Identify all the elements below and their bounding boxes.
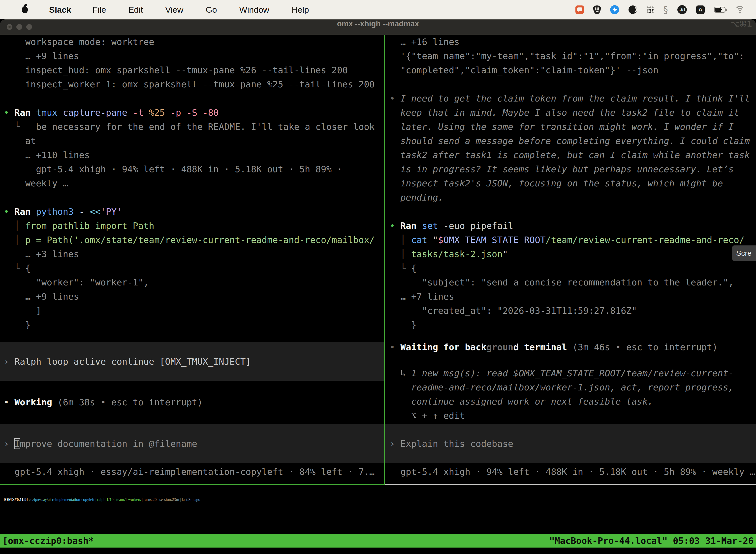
squiggle-icon[interactable]: § [663,5,668,14]
zoom-button[interactable] [26,24,32,30]
text-segment: │ [390,249,411,259]
ralph-banner-text: › Ralph loop active continue [OMX_TMUX_I… [0,354,251,369]
text-segment: p = Path('.omx/state/team/review-current… [25,235,375,245]
text-segment: ↳ [390,368,411,378]
working-status: • Working (6m 38s • esc to interrupt) [0,395,384,409]
text-segment: " [433,235,438,245]
text-segment: should send a message before completing … [390,136,750,146]
apple-menu-icon[interactable] [22,6,28,13]
text-segment: cat [411,235,433,245]
terminal-line: } [4,318,384,332]
terminal-line: … +16 lines [390,35,756,49]
text-segment: -p [170,107,187,118]
menu-app-name[interactable]: Slack [49,5,71,15]
text-segment: (3m 46s • esc to interrupt) [572,342,717,352]
text-segment: Working [14,397,57,407]
terminal-line: └ { [4,261,384,275]
screen-tooltip: Scre [732,245,756,261]
terminal-line: workspace_mode: worktree [4,35,384,49]
text-segment: "created_at": "2026-03-31T11:59:27.816Z" [390,306,637,316]
text-segment: └ [4,263,25,273]
text-segment: … +16 lines [390,37,460,47]
text-segment: pending. [390,192,443,203]
text-segment: … +9 lines [4,291,79,301]
menu-bar-status-icons: § ..61 A [575,5,756,14]
right-pane-output: … +16 lines '{"team_name":"my-team","tas… [390,35,756,332]
model-status-left: gpt-5.4 xhigh · essay/ai-reimplementatio… [0,465,384,479]
terminal-line: } [390,318,756,332]
tmux-session-label: [omx-cczip0:bash* [2,536,94,546]
terminal-line: should send a message before completing … [390,134,756,148]
left-pane-bottom-border [0,484,385,485]
terminal-line: inspect_hud: omx sparkshell --tmux-pane … [4,63,384,77]
prompt-input-right-text: › Explain this codebase [385,437,513,451]
messenger-bolt-icon[interactable] [610,5,619,14]
terminal-line: inspect_worker-1: omx sparkshell --tmux-… [4,77,384,91]
text-segment: └ [390,263,411,273]
terminal-line: … +7 lines [390,289,756,303]
close-button[interactable] [7,24,12,30]
battery-charging-icon[interactable] [714,7,726,13]
prompt-input-left[interactable]: › Improve documentation in @filename [0,424,384,463]
text-segment: << [90,207,101,217]
text-segment: team:1 workers [116,497,141,502]
left-pane-output: workspace_mode: worktree … +9 lines insp… [4,35,384,332]
prompt-input-right[interactable]: › Explain this codebase [385,424,756,463]
terminal-line [390,77,756,91]
menu-item-edit[interactable]: Edit [128,5,143,15]
terminal-line: ] [4,303,384,318]
text-segment: • [4,397,14,407]
terminal-line: pending. [390,190,756,205]
tmux-status-bar: [omx-cczip0:bash* "MacBook-Pro-44.local"… [0,534,756,548]
terminal-line: ⌥ + ↑ edit [390,408,756,423]
window-title: omx --xhigh --madmax [99,19,657,35]
text-segment: continue assigned work or next feasible … [390,396,653,406]
text-segment: | [179,497,182,502]
pane-divider[interactable] [384,35,385,485]
terminal-line: • Ran python3 - <<'PY' [4,205,384,219]
menu-item-window[interactable]: Window [239,5,269,15]
text-segment: readme-and-reco/mailbox/worker-1.json, a… [390,382,734,392]
text-segment: Explain this codebase [400,439,513,449]
wifi-icon[interactable] [735,6,745,13]
screen: { "menu_bar": { "app_name": "Slack", "it… [0,0,756,554]
minimize-button[interactable] [16,24,22,30]
menu-item-file[interactable]: File [92,5,106,15]
text-segment: "worker": "worker-1", [4,277,149,287]
text-segment: • [390,93,400,104]
terminal-line [4,91,384,106]
text-segment: tmux [36,107,63,118]
terminal-line: "subject": "send a concise recommendatio… [390,275,756,289]
terminal-line: weekly … [4,176,384,190]
terminal-line: "completed","claim_token":"claim-token"}… [390,63,756,77]
terminal-line: │ p = Path('.omx/state/team/review-curre… [4,233,384,247]
text-segment: inspect_worker-1: omx sparkshell --tmux-… [4,79,375,89]
dots-grid-icon[interactable] [646,6,654,13]
count-badge-icon[interactable]: ..61 [677,5,687,14]
text-segment: │ [4,221,25,231]
terminal-line [390,205,756,219]
omx-status-line: [OMX#0.11.9] cczip/essay/ai-reimplementa… [0,492,756,507]
terminal-line: continue assigned work or next feasible … [390,394,756,408]
input-source-icon[interactable]: A [696,5,705,14]
text-segment: Ran [400,221,422,231]
waiting-status: • Waiting for background terminal (3m 46… [385,340,756,354]
chat-app-icon[interactable] [575,5,584,14]
text-segment: } [390,320,417,330]
shield-icon[interactable] [593,5,601,14]
text-segment: -euo pipefail [443,221,513,231]
terminal-line: │ cat "$OMX_TEAM_STATE_ROOT/team/review-… [390,233,756,247]
text-segment: • [4,107,14,118]
right-pane-bottom-border [385,484,756,485]
text-segment: tasks/task-2.json [411,249,503,259]
text-segment: › [4,356,14,367]
menu-item-go[interactable]: Go [206,5,217,15]
text-segment: Ran [14,107,36,118]
text-segment: ralph:1/10 [97,497,114,502]
terminal-line: • I need to get the claim token from the… [390,91,756,106]
terminal-line: … +9 lines [4,289,384,303]
menu-item-view[interactable]: View [165,5,183,15]
moon-circle-icon[interactable] [629,5,637,14]
menu-item-help[interactable]: Help [292,5,309,15]
text-segment: workspace_mode: worktree [4,37,154,47]
